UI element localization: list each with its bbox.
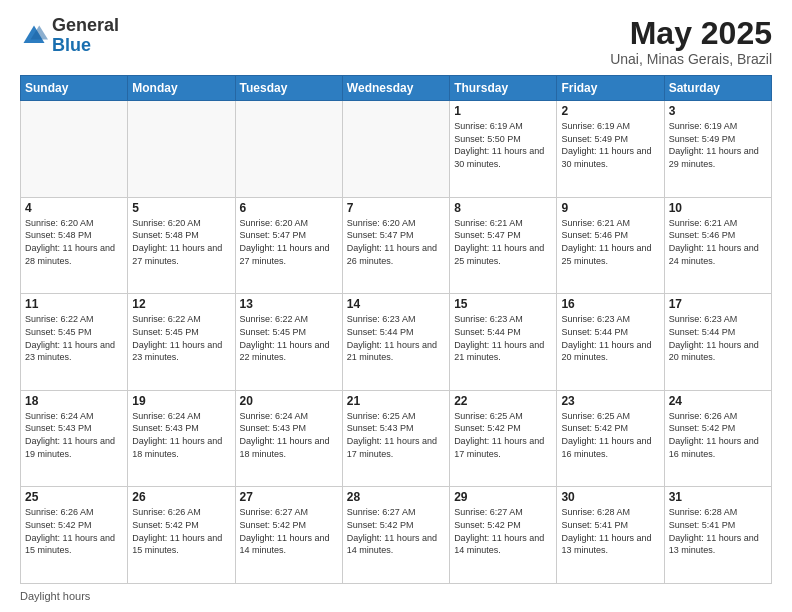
day-number: 13: [240, 297, 338, 311]
calendar-cell: 28Sunrise: 6:27 AM Sunset: 5:42 PM Dayli…: [342, 487, 449, 584]
calendar-cell: 20Sunrise: 6:24 AM Sunset: 5:43 PM Dayli…: [235, 390, 342, 487]
calendar-cell: 2Sunrise: 6:19 AM Sunset: 5:49 PM Daylig…: [557, 101, 664, 198]
logo-icon: [20, 22, 48, 50]
calendar-cell: 27Sunrise: 6:27 AM Sunset: 5:42 PM Dayli…: [235, 487, 342, 584]
day-number: 31: [669, 490, 767, 504]
calendar-cell: 29Sunrise: 6:27 AM Sunset: 5:42 PM Dayli…: [450, 487, 557, 584]
day-number: 21: [347, 394, 445, 408]
day-info: Sunrise: 6:20 AM Sunset: 5:47 PM Dayligh…: [347, 217, 445, 267]
day-info: Sunrise: 6:28 AM Sunset: 5:41 PM Dayligh…: [561, 506, 659, 556]
day-number: 3: [669, 104, 767, 118]
day-number: 26: [132, 490, 230, 504]
logo-blue-text: Blue: [52, 35, 91, 55]
day-number: 30: [561, 490, 659, 504]
page: General Blue May 2025 Unai, Minas Gerais…: [0, 0, 792, 612]
day-number: 18: [25, 394, 123, 408]
day-number: 27: [240, 490, 338, 504]
day-number: 1: [454, 104, 552, 118]
logo-general: General: [52, 15, 119, 35]
calendar-cell: [235, 101, 342, 198]
calendar-cell: 5Sunrise: 6:20 AM Sunset: 5:48 PM Daylig…: [128, 197, 235, 294]
day-info: Sunrise: 6:24 AM Sunset: 5:43 PM Dayligh…: [25, 410, 123, 460]
day-number: 9: [561, 201, 659, 215]
calendar-cell: 18Sunrise: 6:24 AM Sunset: 5:43 PM Dayli…: [21, 390, 128, 487]
footer: Daylight hours: [20, 590, 772, 602]
calendar-cell: [342, 101, 449, 198]
week-row-2: 4Sunrise: 6:20 AM Sunset: 5:48 PM Daylig…: [21, 197, 772, 294]
header-row: SundayMondayTuesdayWednesdayThursdayFrid…: [21, 76, 772, 101]
day-info: Sunrise: 6:19 AM Sunset: 5:50 PM Dayligh…: [454, 120, 552, 170]
calendar-cell: 8Sunrise: 6:21 AM Sunset: 5:47 PM Daylig…: [450, 197, 557, 294]
week-row-5: 25Sunrise: 6:26 AM Sunset: 5:42 PM Dayli…: [21, 487, 772, 584]
day-info: Sunrise: 6:25 AM Sunset: 5:42 PM Dayligh…: [561, 410, 659, 460]
day-info: Sunrise: 6:20 AM Sunset: 5:48 PM Dayligh…: [25, 217, 123, 267]
day-number: 6: [240, 201, 338, 215]
day-number: 4: [25, 201, 123, 215]
day-info: Sunrise: 6:22 AM Sunset: 5:45 PM Dayligh…: [132, 313, 230, 363]
day-info: Sunrise: 6:19 AM Sunset: 5:49 PM Dayligh…: [669, 120, 767, 170]
day-info: Sunrise: 6:26 AM Sunset: 5:42 PM Dayligh…: [25, 506, 123, 556]
calendar-table: SundayMondayTuesdayWednesdayThursdayFrid…: [20, 75, 772, 584]
day-number: 12: [132, 297, 230, 311]
day-number: 2: [561, 104, 659, 118]
header: General Blue May 2025 Unai, Minas Gerais…: [20, 16, 772, 67]
day-info: Sunrise: 6:26 AM Sunset: 5:42 PM Dayligh…: [669, 410, 767, 460]
calendar-cell: 14Sunrise: 6:23 AM Sunset: 5:44 PM Dayli…: [342, 294, 449, 391]
day-number: 5: [132, 201, 230, 215]
day-number: 24: [669, 394, 767, 408]
calendar-cell: 17Sunrise: 6:23 AM Sunset: 5:44 PM Dayli…: [664, 294, 771, 391]
day-info: Sunrise: 6:26 AM Sunset: 5:42 PM Dayligh…: [132, 506, 230, 556]
calendar-cell: 30Sunrise: 6:28 AM Sunset: 5:41 PM Dayli…: [557, 487, 664, 584]
logo: General Blue: [20, 16, 119, 56]
day-info: Sunrise: 6:27 AM Sunset: 5:42 PM Dayligh…: [240, 506, 338, 556]
day-info: Sunrise: 6:19 AM Sunset: 5:49 PM Dayligh…: [561, 120, 659, 170]
calendar-cell: 15Sunrise: 6:23 AM Sunset: 5:44 PM Dayli…: [450, 294, 557, 391]
day-number: 23: [561, 394, 659, 408]
day-info: Sunrise: 6:20 AM Sunset: 5:48 PM Dayligh…: [132, 217, 230, 267]
calendar-cell: 9Sunrise: 6:21 AM Sunset: 5:46 PM Daylig…: [557, 197, 664, 294]
col-header-wednesday: Wednesday: [342, 76, 449, 101]
daylight-hours-label: Daylight hours: [20, 590, 90, 602]
calendar-cell: 31Sunrise: 6:28 AM Sunset: 5:41 PM Dayli…: [664, 487, 771, 584]
subtitle: Unai, Minas Gerais, Brazil: [610, 51, 772, 67]
day-number: 29: [454, 490, 552, 504]
day-info: Sunrise: 6:23 AM Sunset: 5:44 PM Dayligh…: [347, 313, 445, 363]
day-number: 11: [25, 297, 123, 311]
day-info: Sunrise: 6:21 AM Sunset: 5:46 PM Dayligh…: [561, 217, 659, 267]
calendar-cell: 10Sunrise: 6:21 AM Sunset: 5:46 PM Dayli…: [664, 197, 771, 294]
calendar-cell: [128, 101, 235, 198]
col-header-monday: Monday: [128, 76, 235, 101]
calendar-cell: 25Sunrise: 6:26 AM Sunset: 5:42 PM Dayli…: [21, 487, 128, 584]
day-info: Sunrise: 6:21 AM Sunset: 5:47 PM Dayligh…: [454, 217, 552, 267]
day-info: Sunrise: 6:27 AM Sunset: 5:42 PM Dayligh…: [347, 506, 445, 556]
calendar-cell: 6Sunrise: 6:20 AM Sunset: 5:47 PM Daylig…: [235, 197, 342, 294]
calendar-cell: 1Sunrise: 6:19 AM Sunset: 5:50 PM Daylig…: [450, 101, 557, 198]
calendar-cell: 16Sunrise: 6:23 AM Sunset: 5:44 PM Dayli…: [557, 294, 664, 391]
day-info: Sunrise: 6:24 AM Sunset: 5:43 PM Dayligh…: [240, 410, 338, 460]
day-info: Sunrise: 6:21 AM Sunset: 5:46 PM Dayligh…: [669, 217, 767, 267]
day-info: Sunrise: 6:20 AM Sunset: 5:47 PM Dayligh…: [240, 217, 338, 267]
day-info: Sunrise: 6:23 AM Sunset: 5:44 PM Dayligh…: [454, 313, 552, 363]
calendar-cell: 13Sunrise: 6:22 AM Sunset: 5:45 PM Dayli…: [235, 294, 342, 391]
day-info: Sunrise: 6:25 AM Sunset: 5:42 PM Dayligh…: [454, 410, 552, 460]
calendar-cell: [21, 101, 128, 198]
day-info: Sunrise: 6:22 AM Sunset: 5:45 PM Dayligh…: [25, 313, 123, 363]
day-number: 19: [132, 394, 230, 408]
calendar-cell: 11Sunrise: 6:22 AM Sunset: 5:45 PM Dayli…: [21, 294, 128, 391]
calendar-cell: 12Sunrise: 6:22 AM Sunset: 5:45 PM Dayli…: [128, 294, 235, 391]
title-block: May 2025 Unai, Minas Gerais, Brazil: [610, 16, 772, 67]
day-number: 25: [25, 490, 123, 504]
day-number: 17: [669, 297, 767, 311]
day-number: 15: [454, 297, 552, 311]
col-header-tuesday: Tuesday: [235, 76, 342, 101]
week-row-4: 18Sunrise: 6:24 AM Sunset: 5:43 PM Dayli…: [21, 390, 772, 487]
calendar-cell: 21Sunrise: 6:25 AM Sunset: 5:43 PM Dayli…: [342, 390, 449, 487]
col-header-sunday: Sunday: [21, 76, 128, 101]
day-info: Sunrise: 6:23 AM Sunset: 5:44 PM Dayligh…: [669, 313, 767, 363]
day-info: Sunrise: 6:24 AM Sunset: 5:43 PM Dayligh…: [132, 410, 230, 460]
calendar-cell: 26Sunrise: 6:26 AM Sunset: 5:42 PM Dayli…: [128, 487, 235, 584]
day-info: Sunrise: 6:27 AM Sunset: 5:42 PM Dayligh…: [454, 506, 552, 556]
day-number: 10: [669, 201, 767, 215]
col-header-thursday: Thursday: [450, 76, 557, 101]
day-number: 20: [240, 394, 338, 408]
